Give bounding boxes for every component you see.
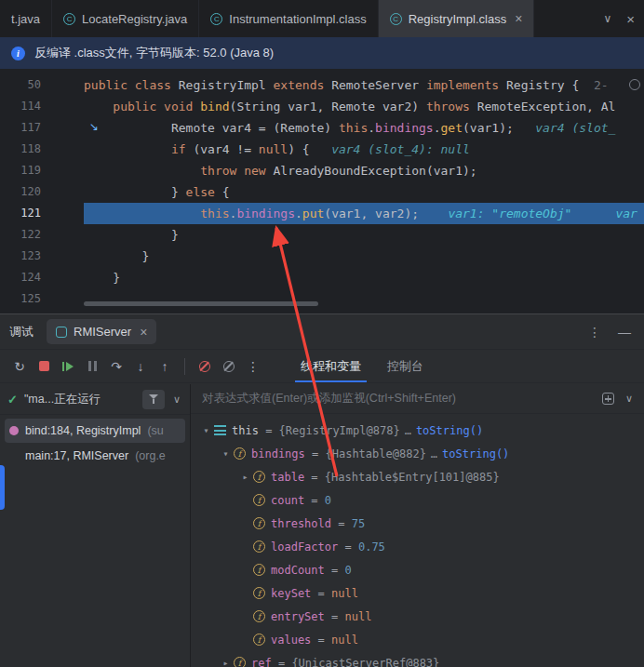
more-options-icon[interactable]: ⋮ — [588, 325, 601, 340]
line-number[interactable]: 118 — [0, 139, 47, 160]
code-line-119[interactable]: 119 throw new AlreadyBoundException(var1… — [0, 160, 644, 181]
code-line-124[interactable]: 124 } — [0, 267, 644, 288]
variable-row-entrySet[interactable]: fentrySet = null — [191, 605, 644, 628]
line-number[interactable]: 121 — [0, 203, 47, 224]
code-token: AlreadyBoundException(var1); — [274, 164, 477, 178]
view-breakpoints-button[interactable] — [193, 354, 217, 379]
debug-header: 调试 RMIServer × ⋮ — — [0, 314, 644, 349]
editor-hscrollbar[interactable] — [84, 301, 318, 306]
line-number[interactable]: 50 — [0, 74, 47, 96]
variable-row-loadFactor[interactable]: floadFactor = 0.75 — [191, 535, 644, 558]
variable-value: null — [344, 610, 371, 623]
toolbar-more-icon[interactable]: ⋮ — [241, 354, 265, 379]
line-number[interactable]: 124 — [0, 267, 47, 288]
code-token: this — [339, 121, 368, 135]
variable-row-keySet[interactable]: fkeySet = null — [191, 581, 644, 605]
filter-frames-button[interactable] — [142, 390, 165, 409]
line-number[interactable]: 120 — [0, 181, 47, 203]
stop-button[interactable] — [32, 354, 56, 379]
code-token: put — [302, 207, 324, 220]
tab-console[interactable]: 控制台 — [374, 350, 436, 382]
tab-overflow-chevron-icon[interactable]: ∨ — [603, 12, 611, 25]
tab-close-icon[interactable]: × — [515, 11, 522, 26]
session-chevron-icon[interactable]: ∨ — [171, 394, 182, 406]
variable-row-values[interactable]: fvalues = null — [191, 628, 644, 651]
editor-tab-RegistryImpl.class[interactable]: CRegistryImpl.class× — [379, 0, 535, 37]
tree-chevron-icon[interactable]: ▸ — [218, 658, 234, 667]
editor-tab-InstrumentationImpl.class[interactable]: CInstrumentationImpl.class — [199, 0, 378, 37]
code-token — [84, 207, 200, 220]
line-number[interactable]: 122 — [0, 224, 47, 246]
code-line-121[interactable]: 121 this.bindings.put(var1, var2); var1:… — [0, 203, 644, 224]
code-token: } — [84, 271, 120, 285]
variable-name: table — [271, 471, 304, 484]
rerun-button[interactable]: ↻ — [7, 354, 32, 379]
variable-row-ref[interactable]: ▸fref = {UnicastServerRef@883} — [191, 651, 644, 667]
editor-tab-bar: t.javaCLocateRegistry.javaCInstrumentati… — [0, 0, 644, 37]
tostring-link[interactable]: toString() — [442, 447, 509, 460]
line-number[interactable]: 114 — [0, 96, 47, 117]
step-out-button[interactable]: ↑ — [153, 354, 177, 379]
stack-frame-row[interactable]: bind:184, RegistryImpl (su — [5, 419, 185, 443]
tostring-link[interactable]: toString() — [416, 424, 483, 437]
hide-tool-window-icon[interactable]: — — [618, 325, 631, 340]
code-editor[interactable]: 50public class RegistryImpl extends Remo… — [0, 69, 644, 313]
tree-chevron-icon[interactable]: ▾ — [218, 448, 234, 459]
tab-threads-variables[interactable]: 线程和变量 — [288, 350, 374, 382]
debug-stripe-indicator[interactable] — [0, 465, 5, 510]
line-number[interactable]: 117 — [0, 117, 47, 139]
evaluate-input[interactable]: 对表达式求值(Enter)或添加监视(Ctrl+Shift+Enter) — [202, 391, 591, 407]
tree-chevron-icon[interactable]: ▾ — [198, 425, 214, 435]
line-number[interactable]: 125 — [0, 288, 47, 310]
mute-breakpoints-button[interactable] — [217, 354, 241, 379]
editor-close-icon[interactable]: × — [626, 11, 635, 27]
field-icon: f — [253, 471, 265, 483]
variable-row-this[interactable]: ▾this = {RegistryImpl@878}…toString() — [191, 419, 644, 442]
banner-text: 反编译 .class文件, 字节码版本: 52.0 (Java 8) — [34, 45, 274, 61]
variable-row-count[interactable]: fcount = 0 — [191, 488, 644, 512]
session-status-row[interactable]: ✓ "ma...正在运行 ∨ — [0, 384, 190, 415]
editor-tab-t.java[interactable]: t.java — [0, 0, 52, 37]
stop-icon — [39, 361, 49, 371]
code-token: . — [295, 207, 302, 220]
inspection-widget-icon[interactable] — [629, 79, 640, 90]
code-line-123[interactable]: 123 } — [0, 246, 644, 267]
line-number[interactable]: 123 — [0, 246, 47, 267]
gutter-spacer — [47, 181, 84, 203]
debug-session-tab[interactable]: RMIServer × — [47, 319, 156, 344]
editor-tab-LocateRegistry.java[interactable]: CLocateRegistry.java — [52, 0, 199, 37]
variable-value: {Hashtable$Entry[101]@885} — [325, 471, 500, 484]
variable-row-bindings[interactable]: ▾fbindings = {Hashtable@882}…toString() — [191, 442, 644, 465]
line-number[interactable]: 119 — [0, 160, 47, 181]
variable-row-threshold[interactable]: fthreshold = 75 — [191, 512, 644, 535]
code-token: bindings — [236, 207, 295, 220]
code-token: Remote var4 = (Remote) — [171, 121, 339, 135]
code-line-118[interactable]: 118 if (var4 != null) { var4 (slot_4): n… — [0, 139, 644, 160]
code-line-114[interactable]: 114 public void bind(String var1, Remote… — [0, 96, 644, 117]
tree-chevron-icon[interactable]: ▸ — [237, 472, 253, 482]
code-line-125[interactable]: 125 — [0, 288, 644, 310]
step-into-button[interactable]: ↓ — [128, 354, 153, 379]
resume-button[interactable] — [56, 354, 80, 379]
pause-icon — [88, 361, 91, 371]
add-watch-icon[interactable] — [602, 393, 614, 405]
decompile-banner: i 反编译 .class文件, 字节码版本: 52.0 (Java 8) — [0, 37, 644, 69]
execution-jump-icon[interactable]: ↘ — [89, 121, 99, 132]
code-line-120[interactable]: 120 } else { — [0, 181, 644, 203]
step-over-button[interactable]: ↷ — [104, 354, 128, 379]
gutter-spacer — [47, 288, 84, 310]
variable-row-table[interactable]: ▸ftable = {Hashtable$Entry[101]@885} — [191, 465, 644, 488]
equals-sign: = — [305, 447, 326, 460]
stack-frame-row[interactable]: main:17, RMIServer (org.e — [5, 444, 185, 468]
evaluate-chevron-icon[interactable]: ∨ — [625, 393, 633, 405]
pause-button[interactable] — [80, 354, 104, 379]
code-line-50[interactable]: 50public class RegistryImpl extends Remo… — [0, 74, 644, 96]
equals-sign: = — [259, 424, 279, 437]
code-token: Registry { — [506, 78, 586, 92]
variable-row-modCount[interactable]: fmodCount = 0 — [191, 558, 644, 581]
gutter-spacer — [47, 203, 84, 224]
session-tab-close-icon[interactable]: × — [140, 325, 147, 340]
code-token: public — [84, 78, 135, 92]
code-line-122[interactable]: 122 } — [0, 224, 644, 246]
check-icon: ✓ — [7, 393, 18, 407]
